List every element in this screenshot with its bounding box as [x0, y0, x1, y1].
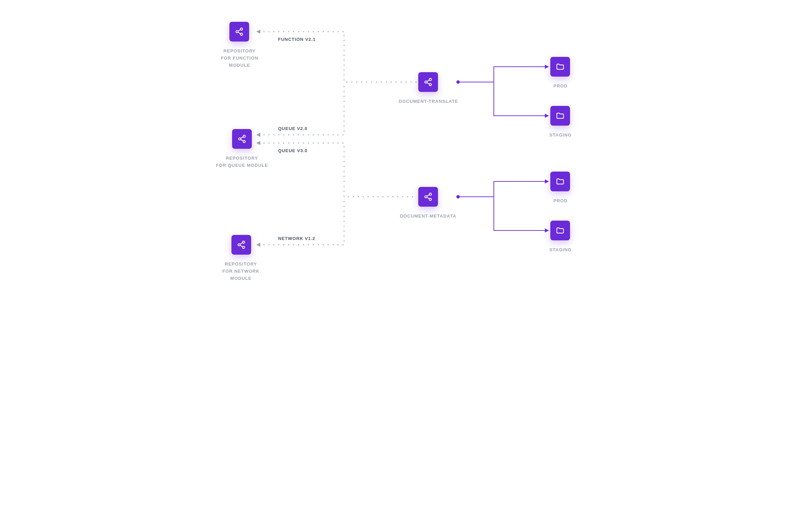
repo-function-label: REPOSITORY FOR FUNCTION MODULE: [211, 48, 269, 69]
env-prod1-label: PROD: [543, 83, 578, 90]
svg-line-19: [427, 83, 429, 84]
svg-point-0: [240, 28, 243, 30]
diagram-canvas: REPOSITORY FOR FUNCTION MODULE REPOSITOR…: [164, 0, 648, 315]
svg-line-4: [238, 32, 240, 34]
edge-translate-prod: [458, 67, 546, 82]
svg-point-2: [240, 33, 243, 35]
service-metadata-label: DOCUMENT-METADATA: [392, 213, 464, 220]
svg-point-17: [429, 83, 432, 86]
edge-translate-staging: [458, 82, 546, 116]
env-prod2-label: PROD: [543, 198, 578, 204]
repo-network-node: [231, 235, 251, 255]
svg-line-18: [427, 80, 429, 81]
folder-icon: [556, 62, 565, 71]
svg-line-23: [427, 195, 429, 196]
edge-metadata-staging: [458, 197, 546, 230]
arrow-net: [256, 243, 260, 247]
service-translate-label: DOCUMENT-TRANSLATE: [391, 98, 466, 105]
repo-network-label: REPOSITORY FOR NETWORK MODULE: [212, 261, 270, 282]
edge-label-queue20: QUEUE V2.0: [278, 126, 308, 131]
share-icon: [424, 193, 433, 201]
svg-point-21: [425, 196, 427, 198]
env-prod2-node: [550, 172, 570, 191]
svg-point-10: [242, 241, 245, 243]
env-staging2-node: [550, 220, 570, 240]
svg-line-9: [241, 140, 243, 141]
svg-point-20: [429, 193, 432, 196]
svg-line-8: [241, 137, 243, 138]
dot-translate: [456, 80, 460, 84]
arrow-prod1: [545, 65, 549, 69]
arrow-queue1: [256, 133, 260, 137]
svg-point-6: [238, 138, 241, 140]
edge-metadata-prod: [458, 182, 546, 197]
share-icon: [424, 77, 433, 86]
env-staging2-label: STAGING: [543, 246, 578, 254]
share-icon: [237, 134, 246, 143]
arrow-func: [256, 30, 260, 34]
repo-queue-label: REPOSITORY FOR QUEUE MODULE: [211, 155, 273, 169]
repo-function-node: [229, 22, 249, 42]
repo-queue-node: [232, 129, 252, 149]
svg-point-7: [243, 140, 245, 143]
env-staging1-label: STAGING: [543, 132, 578, 139]
svg-point-1: [236, 31, 238, 33]
service-metadata-node: [418, 187, 438, 206]
svg-point-16: [425, 81, 427, 83]
env-prod1-node: [550, 57, 570, 76]
svg-line-24: [427, 198, 429, 199]
env-staging1-node: [550, 106, 570, 126]
folder-icon: [556, 111, 565, 120]
folder-icon: [556, 226, 565, 235]
arrow-queue2: [256, 141, 260, 145]
svg-line-14: [240, 245, 242, 247]
folder-icon: [556, 177, 565, 186]
edge-label-network: NETWORK V1.2: [278, 236, 316, 241]
svg-point-12: [242, 246, 245, 248]
svg-point-22: [429, 198, 432, 200]
dot-metadata: [456, 195, 460, 198]
edge-label-function: FUNCTION V2.1: [278, 37, 316, 42]
arrow-prod2: [545, 180, 549, 184]
svg-point-15: [429, 78, 432, 81]
svg-point-5: [243, 135, 245, 138]
svg-line-3: [238, 30, 240, 31]
arrow-staging2: [545, 228, 549, 232]
share-icon: [235, 27, 244, 36]
share-icon: [237, 240, 246, 249]
svg-line-13: [240, 243, 242, 244]
arrow-staging1: [545, 114, 549, 118]
svg-point-11: [238, 244, 240, 246]
service-translate-node: [418, 72, 438, 92]
edge-label-queue30: QUEUE V3.0: [278, 148, 308, 153]
